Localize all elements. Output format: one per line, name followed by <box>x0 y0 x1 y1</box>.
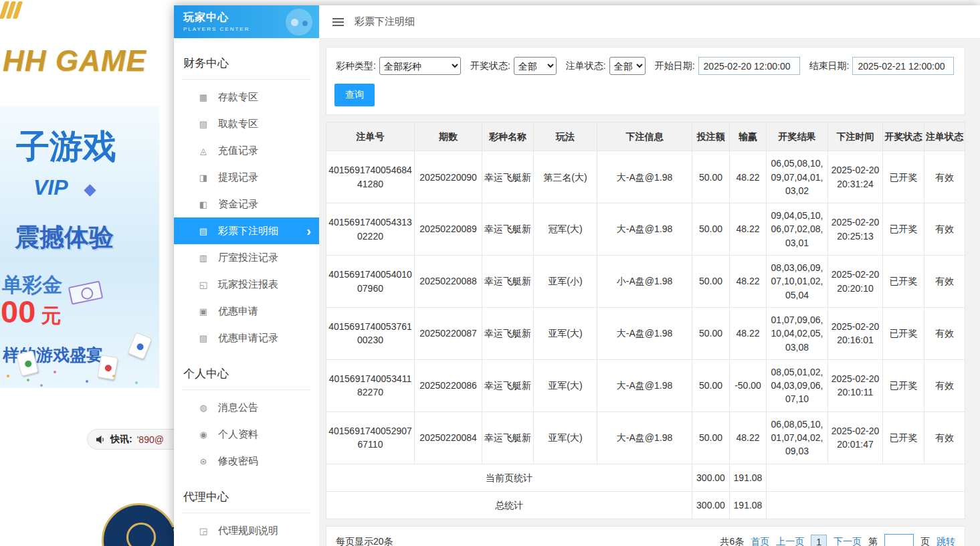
column-header-draw-result: 开奖结果 <box>767 122 828 151</box>
start-date-input[interactable] <box>698 57 800 75</box>
column-header-bet-time: 下注时间 <box>828 122 883 151</box>
sidebar-item-label: 资金记录 <box>218 198 258 211</box>
cell-bet-time: 2025-02-20 20:25:13 <box>828 203 883 256</box>
banner-line-5: 00元 <box>1 293 61 330</box>
news-ticker-label: 快讯: <box>110 434 132 446</box>
sidebar-item-recharge-records[interactable]: ◬充值记录 <box>174 137 319 164</box>
sidebar-item-change-password[interactable]: ⊛修改密码 <box>174 448 319 474</box>
cell-win-loss: 48.22 <box>730 412 767 464</box>
column-header-bet-info: 下注信息 <box>597 122 692 151</box>
sidebar-item-label: 修改密码 <box>218 455 258 468</box>
promo-banner[interactable]: 子游戏 VIP 震撼体验 单彩金 00元 样的游戏盛宴 <box>0 106 159 388</box>
cell-order-status: 有效 <box>924 203 965 256</box>
cell-draw-status: 已开奖 <box>883 307 924 359</box>
cell-draw-status: 已开奖 <box>883 256 924 308</box>
summary-row-total: 总统计 300.00 191.08 <box>326 491 965 519</box>
cell-bet-time: 2025-02-20 20:01:47 <box>828 412 883 464</box>
cell-lottery-name: 幸运飞艇新 <box>482 256 534 308</box>
table-row: 40156917400537610023020250220087幸运飞艇新亚军(… <box>326 307 965 359</box>
sidebar-item-withdraw-records[interactable]: ◨提现记录 <box>174 164 319 191</box>
main-area: 彩票下注明细 彩种类型: 全部彩种 开奖状态: 全部 注单状态: 全部 开始日期… <box>319 5 980 546</box>
search-button[interactable]: 查询 <box>334 84 375 106</box>
brand-logo: HH GAME <box>3 44 146 78</box>
prev-page-link[interactable]: 上一页 <box>776 536 804 546</box>
column-header-order-status: 注单状态 <box>924 122 965 151</box>
table-header-row: 注单号期数彩种名称玩法下注信息投注额输赢开奖结果下注时间开奖状态注单状态 <box>326 122 965 151</box>
pagination-bar: 每页显示20条 共6条 首页 上一页 1 下一页 第 页 跳转 <box>326 526 965 546</box>
cell-order-no: 401569174005401007960 <box>326 256 415 308</box>
sidebar-item-label: 彩票下注明细 <box>218 225 278 238</box>
cell-order-status: 有效 <box>924 412 965 464</box>
sidebar-item-player-bet-report[interactable]: ◱玩家投注报表 <box>174 271 319 298</box>
column-header-lottery-name: 彩种名称 <box>482 122 534 151</box>
banner-line-1: 子游戏 <box>16 124 116 169</box>
cell-bet-info: 大-A盘@1.98 <box>597 151 692 203</box>
sidebar-item-lottery-bet-details[interactable]: ▤彩票下注明细› <box>174 217 319 244</box>
cell-order-status: 有效 <box>924 307 965 359</box>
jump-prefix: 第 <box>868 536 878 546</box>
cell-draw-status: 已开奖 <box>883 203 924 256</box>
sidebar: 玩家中心 PLAYERS CENTER 财务中心▦存款专区▤取款专区◬充值记录◨… <box>174 5 319 546</box>
sidebar-item-profile[interactable]: ◉个人资料 <box>174 421 319 448</box>
user-icon: ◉ <box>197 430 209 440</box>
cell-order-status: 有效 <box>924 151 965 203</box>
sidebar-item-fund-records[interactable]: ◧资金记录 <box>174 191 319 217</box>
speaker-icon <box>96 435 106 444</box>
summary-total-bet: 300.00 <box>692 491 730 519</box>
cell-draw-result: 06,08,05,10,01,07,04,02,09,03 <box>767 412 828 464</box>
cell-bet-info: 大-A盘@1.98 <box>597 359 692 412</box>
sidebar-item-label: 存款专区 <box>218 91 258 104</box>
sidebar-item-promo-apply-records[interactable]: ▤优惠申请记录 <box>174 325 319 351</box>
cell-draw-result: 08,03,06,09,07,10,01,02,05,04 <box>767 256 828 308</box>
list-icon: ▥ <box>197 253 209 263</box>
lottery-type-select[interactable]: 全部彩种 <box>379 57 461 75</box>
gamepad-icon <box>286 9 312 35</box>
current-page: 1 <box>811 535 827 546</box>
banknote-icon <box>68 280 104 304</box>
sidebar-item-agent-rules[interactable]: ◲代理规则说明 <box>174 517 319 544</box>
sidebar-item-messages[interactable]: ◍消息公告 <box>174 394 319 421</box>
summary-total-win: 191.08 <box>730 491 767 519</box>
sidebar-item-hall-bet-records[interactable]: ▥厅室投注记录 <box>174 244 319 271</box>
sidebar-item-label: 取款专区 <box>218 118 258 130</box>
cell-period: 20250220088 <box>415 256 482 308</box>
jump-button[interactable]: 跳转 <box>937 536 955 546</box>
sidebar-item-deposit[interactable]: ▦存款专区 <box>174 84 319 110</box>
table-row: 40156917400540100796020250220088幸运飞艇新亚军(… <box>326 256 965 308</box>
withdraw-record-icon: ◨ <box>197 173 209 183</box>
total-count: 共6条 <box>720 536 744 546</box>
cell-bet-amount: 50.00 <box>692 412 730 464</box>
cell-lottery-name: 幸运飞艇新 <box>482 203 534 256</box>
filter-panel: 彩种类型: 全部彩种 开奖状态: 全部 注单状态: 全部 开始日期: 结束日期:… <box>326 47 965 115</box>
pagination-controls: 共6条 首页 上一页 1 下一页 第 页 跳转 <box>720 534 955 546</box>
cell-bet-info: 大-A盘@1.98 <box>597 203 692 256</box>
sidebar-item-label: 消息公告 <box>218 401 258 414</box>
menu-toggle-icon[interactable] <box>330 15 347 29</box>
first-page-link[interactable]: 首页 <box>751 536 769 546</box>
jump-page-input[interactable] <box>884 534 914 546</box>
player-center-panel: 玩家中心 PLAYERS CENTER 财务中心▦存款专区▤取款专区◬充值记录◨… <box>174 5 980 546</box>
cell-win-loss: -50.00 <box>730 359 767 412</box>
screen: HH GAME 子游戏 VIP 震撼体验 单彩金 00元 样的游戏盛宴 快讯: … <box>0 0 980 546</box>
order-status-select[interactable]: 全部 <box>609 57 646 75</box>
cell-bet-amount: 50.00 <box>692 256 730 308</box>
draw-status-select[interactable]: 全部 <box>514 57 557 75</box>
cell-lottery-name: 幸运飞艇新 <box>482 359 534 412</box>
end-date-input[interactable] <box>852 57 954 75</box>
table-row: 40156917400543130222020250220089幸运飞艇新冠军(… <box>326 203 965 256</box>
doc-icon: ◲ <box>197 526 209 536</box>
list-icon: ▤ <box>197 226 209 236</box>
column-header-win-loss: 输赢 <box>730 122 767 151</box>
banner-line-2: VIP <box>33 175 94 200</box>
bet-table-card: 注单号期数彩种名称玩法下注信息投注额输赢开奖结果下注时间开奖状态注单状态 401… <box>326 122 965 519</box>
column-header-bet-amount: 投注额 <box>692 122 730 151</box>
gear-icon: ⊛ <box>197 456 209 466</box>
next-page-link[interactable]: 下一页 <box>834 536 862 546</box>
end-date-label: 结束日期: <box>809 60 850 72</box>
cell-bet-info: 大-A盘@1.98 <box>597 307 692 359</box>
sidebar-item-withdraw[interactable]: ▤取款专区 <box>174 110 319 137</box>
cell-bet-amount: 50.00 <box>692 203 730 256</box>
sidebar-item-promo-apply[interactable]: ▣优惠申请 <box>174 298 319 325</box>
summary-row-current: 当前页统计 300.00 191.08 <box>326 464 965 491</box>
cell-win-loss: 48.22 <box>730 307 767 359</box>
